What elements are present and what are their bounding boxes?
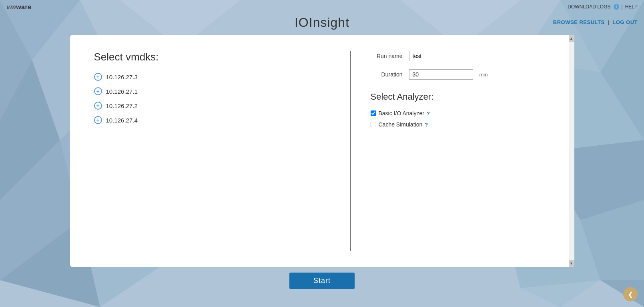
cache-sim-help-link[interactable]: ? bbox=[425, 122, 428, 128]
vmdk-add-icon: + bbox=[94, 116, 102, 124]
scroll-down-arrow[interactable]: ▼ bbox=[569, 260, 574, 267]
vmdk-label: 10.126.27.2 bbox=[106, 102, 138, 109]
download-logs-info-icon[interactable]: i bbox=[614, 4, 619, 10]
help-link[interactable]: HELP bbox=[625, 4, 638, 10]
select-vmdks-title: Select vmdks: bbox=[94, 51, 330, 63]
vmdk-list: + 10.126.27.3 + 10.126.27.1 + 10.126.27.… bbox=[94, 73, 330, 124]
vmdk-label: 10.126.27.3 bbox=[106, 74, 138, 80]
bottom-bar: Start bbox=[0, 267, 644, 295]
download-logs-link[interactable]: DOWNLOAD LOGS bbox=[568, 4, 610, 10]
left-section: Select vmdks: + 10.126.27.3 + 10.126.27.… bbox=[70, 35, 350, 267]
analyzer-section: Select Analyzer: Basic I/O Analyzer ? Ca… bbox=[371, 92, 558, 128]
vmware-logo: vmware bbox=[6, 2, 42, 11]
cache-sim-checkbox[interactable] bbox=[371, 122, 376, 127]
top-bar: vmware DOWNLOAD LOGS i | HELP bbox=[0, 0, 644, 14]
start-button[interactable]: Start bbox=[289, 273, 355, 289]
collapse-button[interactable]: ❮ bbox=[623, 287, 638, 301]
right-section: Run name Duration min Select Analyzer: B… bbox=[351, 35, 574, 267]
run-name-label: Run name bbox=[371, 53, 403, 59]
page-title: IOInsight bbox=[0, 15, 644, 30]
top-right-links: DOWNLOAD LOGS i | HELP bbox=[568, 4, 638, 10]
run-name-row: Run name bbox=[371, 51, 558, 61]
content-panel: Select vmdks: + 10.126.27.3 + 10.126.27.… bbox=[70, 35, 574, 267]
run-name-input[interactable] bbox=[409, 51, 473, 61]
svg-text:vmware: vmware bbox=[6, 4, 32, 10]
vmdk-add-icon: + bbox=[94, 87, 102, 95]
analyzer-option-basic-io: Basic I/O Analyzer ? bbox=[371, 110, 558, 116]
page-title-bar: IOInsight bbox=[0, 14, 644, 31]
separator-1: | bbox=[622, 4, 623, 10]
list-item[interactable]: + 10.126.27.1 bbox=[94, 87, 330, 95]
vmdk-add-icon: + bbox=[94, 73, 102, 81]
cache-sim-label[interactable]: Cache Simulation bbox=[379, 121, 423, 128]
vmdk-add-icon: + bbox=[94, 102, 102, 110]
scroll-up-arrow[interactable]: ▲ bbox=[569, 35, 574, 42]
duration-unit: min bbox=[479, 72, 488, 78]
list-item[interactable]: + 10.126.27.4 bbox=[94, 116, 330, 124]
duration-row: Duration min bbox=[371, 69, 558, 80]
basic-io-label[interactable]: Basic I/O Analyzer bbox=[379, 110, 424, 116]
duration-input[interactable] bbox=[409, 69, 473, 80]
duration-label: Duration bbox=[371, 71, 403, 78]
basic-io-help-link[interactable]: ? bbox=[427, 110, 430, 116]
select-analyzer-title: Select Analyzer: bbox=[371, 92, 558, 102]
basic-io-checkbox[interactable] bbox=[371, 110, 376, 116]
list-item[interactable]: + 10.126.27.3 bbox=[94, 73, 330, 81]
panel-scrollbar: ▲ ▼ bbox=[569, 35, 574, 267]
list-item[interactable]: + 10.126.27.2 bbox=[94, 102, 330, 110]
vmdk-label: 10.126.27.4 bbox=[106, 117, 138, 124]
vmdk-label: 10.126.27.1 bbox=[106, 88, 138, 95]
main-wrapper: Select vmdks: + 10.126.27.3 + 10.126.27.… bbox=[0, 31, 644, 267]
analyzer-option-cache-sim: Cache Simulation ? bbox=[371, 121, 558, 128]
